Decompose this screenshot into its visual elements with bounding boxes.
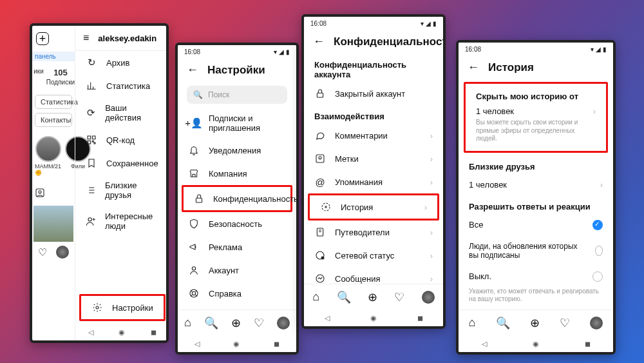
menu-archive[interactable]: ↻Архив	[75, 51, 169, 74]
nav-back-icon[interactable]: ◁	[88, 328, 93, 337]
settings-info[interactable]: ⓘИнформация	[178, 305, 296, 309]
settings-business[interactable]: Компания	[178, 162, 296, 185]
home-icon[interactable]: ⌂	[184, 316, 191, 329]
menu-stats[interactable]: Статистика	[75, 74, 169, 97]
replies-following[interactable]: Люди, на обновления которых вы подписаны	[459, 236, 613, 266]
section-account-privacy: Конфиденциальность аккаунта	[304, 54, 443, 82]
home-icon[interactable]: ⌂	[469, 316, 476, 329]
bottom-nav: ⌂ 🔍 ⊕ ♡	[459, 309, 613, 335]
stats-button[interactable]: Статистика	[35, 95, 72, 109]
settings-account[interactable]: Аккаунт	[178, 259, 296, 282]
tagged-icon[interactable]	[32, 182, 75, 206]
hamburger-icon[interactable]: ≡	[83, 32, 89, 44]
back-icon[interactable]: ←	[187, 63, 198, 77]
nav-home-icon[interactable]: ◉	[370, 314, 377, 322]
heart-icon[interactable]: ♡	[254, 316, 264, 330]
chevron-right-icon: ›	[430, 274, 433, 284]
status-bar: 16:08▾◢▮	[459, 43, 613, 55]
heart-icon[interactable]: ♡	[560, 316, 570, 330]
privacy-guides[interactable]: Путеводители›	[304, 221, 443, 244]
privacy-mentions[interactable]: @Упоминания›	[304, 170, 443, 193]
menu-qr[interactable]: QR-код	[75, 128, 169, 152]
nav-recent-icon[interactable]: ◼	[585, 340, 591, 348]
section-interactions: Взаимодействия	[304, 105, 443, 124]
post-thumbnail[interactable]	[33, 206, 73, 242]
svg-point-8	[192, 267, 195, 270]
privacy-messages[interactable]: Сообщения›	[304, 267, 443, 284]
menu-activity[interactable]: ⟳Ваши действия	[75, 97, 169, 128]
signal-icon: ◢	[426, 20, 431, 27]
nav-recent-icon[interactable]: ◼	[151, 328, 156, 337]
svg-rect-15	[316, 155, 324, 162]
back-icon[interactable]: ←	[468, 61, 479, 74]
search-icon[interactable]: 🔍	[204, 316, 218, 330]
svg-point-6	[96, 306, 99, 309]
create-icon[interactable]: ⊕	[368, 290, 377, 304]
nav-home-icon[interactable]: ◉	[118, 328, 125, 337]
privacy-comments[interactable]: Комментарии›	[304, 124, 443, 147]
close-friends-count[interactable]: 1 человек›	[459, 174, 613, 195]
svg-point-16	[319, 157, 321, 159]
settings-invites[interactable]: +👤Подписки и приглашения	[178, 108, 296, 139]
create-icon[interactable]: ⊕	[231, 316, 241, 330]
search-input[interactable]: 🔍Поиск	[187, 86, 287, 104]
page-title: Настройки	[207, 64, 265, 77]
nav-home-icon[interactable]: ◉	[533, 340, 539, 348]
hide-story-people[interactable]: 1 человек›	[466, 104, 606, 119]
menu-saved[interactable]: Сохраненное	[75, 152, 169, 175]
menu-close-friends[interactable]: Близкие друзья	[75, 175, 169, 206]
nav-recent-icon[interactable]: ◼	[417, 314, 423, 322]
avatar-icon[interactable]	[56, 246, 69, 259]
privacy-activity-status[interactable]: Сетевой статус›	[304, 244, 443, 267]
wifi-icon: ▾	[421, 20, 424, 27]
hide-count: 1 человек	[476, 106, 514, 116]
lock-icon	[194, 193, 204, 204]
privacy-tags[interactable]: Метки›	[304, 147, 443, 170]
search-icon[interactable]: 🔍	[337, 290, 351, 304]
svg-point-20	[321, 257, 324, 259]
svg-rect-4	[88, 141, 91, 144]
privacy-story[interactable]: История›	[308, 193, 439, 221]
back-icon[interactable]: ←	[313, 35, 325, 48]
nav-home-icon[interactable]: ◉	[233, 340, 240, 348]
create-icon[interactable]: ⊕	[530, 316, 540, 330]
bookmark-icon	[86, 157, 97, 169]
home-icon[interactable]: ⌂	[312, 290, 319, 304]
replies-off[interactable]: Выкл.	[459, 266, 613, 288]
private-account-toggle[interactable]: Закрытый аккаунт	[304, 82, 443, 105]
settings-help[interactable]: Справка	[178, 282, 296, 305]
nav-recent-icon[interactable]: ◼	[274, 340, 279, 348]
profile-icon[interactable]	[422, 291, 435, 304]
nav-back-icon[interactable]: ◁	[325, 314, 330, 322]
menu-settings[interactable]: Настройки	[79, 294, 166, 321]
guide-icon	[314, 226, 326, 238]
settings-security[interactable]: Безопасность	[178, 212, 296, 235]
chevron-right-icon: ›	[430, 154, 433, 164]
settings-notifications[interactable]: Уведомления	[178, 139, 296, 162]
heart-icon[interactable]: ♡	[38, 246, 47, 259]
svg-rect-14	[317, 93, 323, 97]
shield-icon	[188, 218, 200, 230]
nav-back-icon[interactable]: ◁	[194, 340, 200, 348]
username[interactable]: aleksey.edakin	[98, 34, 156, 43]
heart-icon[interactable]: ♡	[394, 290, 404, 304]
item-label: Реклама	[209, 242, 242, 252]
wifi-icon: ▾	[591, 46, 594, 53]
settings-privacy[interactable]: Конфиденциальность	[182, 185, 292, 212]
page-title: Конфиденциальность	[334, 35, 446, 48]
activity-icon: ⟳	[86, 107, 96, 119]
contacts-button[interactable]: Контакты	[35, 113, 72, 127]
at-icon: @	[314, 176, 326, 188]
profile-icon[interactable]	[590, 317, 603, 329]
profile-icon[interactable]	[277, 317, 290, 329]
story-highlight[interactable]: MAMM/21 ✊	[35, 136, 61, 176]
search-icon[interactable]: 🔍	[496, 316, 510, 330]
create-icon[interactable]: +	[36, 32, 49, 45]
replies-all[interactable]: Все	[459, 214, 613, 236]
menu-interesting[interactable]: Интересные люди	[75, 206, 169, 237]
item-label: Уведомления	[209, 146, 261, 155]
item-label: Архив	[106, 58, 129, 68]
nav-back-icon[interactable]: ◁	[482, 340, 487, 348]
svg-rect-2	[88, 136, 91, 139]
settings-ads[interactable]: Реклама	[178, 235, 296, 259]
